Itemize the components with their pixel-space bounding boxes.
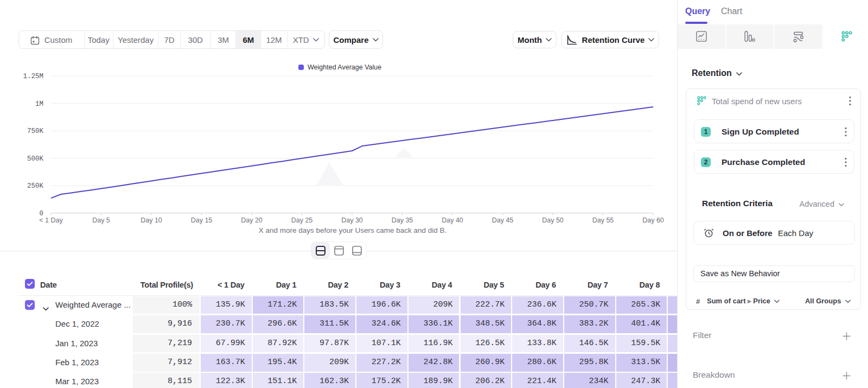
svg-text:500K: 500K [27, 155, 44, 163]
svg-text:Day 5: Day 5 [92, 217, 110, 224]
svg-text:Day 35: Day 35 [392, 217, 413, 224]
svg-text:Day 40: Day 40 [442, 217, 463, 224]
svg-text:750K: 750K [27, 128, 44, 135]
svg-text:Day 30: Day 30 [341, 217, 363, 224]
svg-text:Day 60: Day 60 [642, 217, 664, 224]
svg-text:Day 15: Day 15 [191, 217, 213, 224]
svg-text:Day 45: Day 45 [492, 217, 514, 224]
svg-text:1.25M: 1.25M [23, 73, 43, 80]
svg-text:1M: 1M [35, 100, 43, 108]
svg-text:Day 55: Day 55 [592, 217, 614, 224]
svg-text:< 1 Day: < 1 Day [39, 217, 63, 224]
svg-text:Day 20: Day 20 [241, 217, 263, 224]
svg-text:Day 50: Day 50 [542, 217, 564, 224]
svg-text:250K: 250K [27, 182, 44, 190]
svg-text:Day 25: Day 25 [291, 217, 313, 224]
svg-text:Day 10: Day 10 [141, 217, 162, 224]
